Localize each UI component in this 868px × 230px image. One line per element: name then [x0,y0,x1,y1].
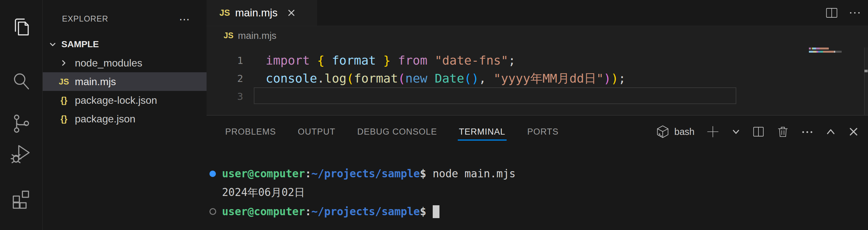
breadcrumb: JS main.mjs [207,26,868,45]
sidebar-more-actions-icon[interactable]: ⋯ [179,13,190,26]
tab-terminal[interactable]: TERMINAL [448,116,517,148]
new-terminal-icon[interactable] [706,124,720,139]
panel-more-actions-icon[interactable] [801,125,814,138]
shell-selector[interactable]: bash [656,125,694,139]
command-success-decoration[interactable] [209,171,216,177]
code-text: console.log(format(new Date(), "yyyy年MM月… [266,70,626,87]
extensions-icon[interactable] [7,184,36,212]
maximize-panel-chevron-icon[interactable] [825,126,837,137]
activity-bar [0,0,43,230]
split-editor-icon[interactable] [825,6,838,20]
json-file-icon: {} [58,95,70,105]
explorer-icon[interactable] [7,12,36,41]
terminal-line: user@computer:~/projects/sample$ [207,202,868,221]
tab-problems[interactable]: PROBLEMS [214,116,287,148]
explorer-sidebar: EXPLORER ⋯ SAMPLE node_modules JS main.m… [43,0,207,230]
sidebar-title: EXPLORER [43,14,108,24]
current-line-highlight [254,87,736,104]
tab-bar: JS main.mjs [207,0,868,26]
sidebar-item-main-mjs[interactable]: JS main.mjs [43,72,207,91]
terminal-text: user@computer:~/projects/sample$ [222,205,433,218]
breadcrumb-item[interactable]: main.mjs [238,30,277,41]
js-file-icon: JS [219,8,230,18]
scrollbar[interactable] [864,47,868,115]
js-file-icon: JS [58,77,70,87]
code-line: 1import { format } from "date-fns"; [207,52,868,69]
search-icon[interactable] [7,66,36,95]
tab-output[interactable]: OUTPUT [287,116,346,148]
editor-group: JS main.mjs JS main.mjs 1import { format… [207,0,868,230]
close-tab-icon[interactable] [286,8,296,18]
panel-header: PROBLEMS OUTPUT DEBUG CONSOLE TERMINAL P… [207,116,868,148]
tab-ports[interactable]: PORTS [516,116,569,148]
editor-actions [825,0,868,26]
sidebar-item-package-lock-json[interactable]: {} package-lock.json [43,91,207,109]
minimap-line [809,51,842,53]
bottom-panel: PROBLEMS OUTPUT DEBUG CONSOLE TERMINAL P… [207,115,868,230]
tab-label: main.mjs [235,7,278,19]
file-label: package.json [75,113,135,125]
run-debug-icon[interactable] [7,139,36,168]
tab-debug-console[interactable]: DEBUG CONSOLE [346,116,448,148]
sidebar-section-sample[interactable]: SAMPLE [43,35,207,54]
js-file-icon: JS [224,31,234,40]
panel-tabs: PROBLEMS OUTPUT DEBUG CONSOLE TERMINAL P… [214,116,569,148]
launch-profile-chevron-icon[interactable] [731,127,741,136]
terminal-area[interactable]: user@computer:~/projects/sample$ node ma… [207,148,868,230]
sidebar-header: EXPLORER ⋯ [43,8,207,29]
json-file-icon: {} [58,114,70,124]
bash-terminal-icon [656,125,670,139]
kill-terminal-trash-icon[interactable] [776,125,789,138]
chevron-down-icon [49,40,57,48]
terminal-cursor [433,205,439,218]
line-number: 3 [207,91,243,102]
code-editor[interactable]: 1import { format } from "date-fns";2cons… [207,45,868,115]
terminal-lines: user@computer:~/projects/sample$ node ma… [207,164,868,221]
terminal-text: 2024年06月02日 [222,185,305,200]
sidebar-item-node-modules[interactable]: node_modules [43,54,207,72]
source-control-icon[interactable] [7,109,36,138]
chevron-right-icon [58,59,70,67]
file-label: main.mjs [75,76,116,88]
sidebar-item-package-json[interactable]: {} package.json [43,109,207,128]
file-label: package-lock.json [75,94,157,106]
terminal-line: user@computer:~/projects/sample$ node ma… [207,164,868,183]
vscode-window: EXPLORER ⋯ SAMPLE node_modules JS main.m… [0,0,868,230]
file-label: node_modules [75,57,142,69]
minimap-line [809,47,829,50]
line-number: 2 [207,73,243,84]
files-icon [10,16,32,38]
section-label: SAMPLE [61,39,99,50]
close-panel-icon[interactable] [847,126,860,138]
terminal-text: user@computer:~/projects/sample$ node ma… [222,167,516,180]
shell-label: bash [674,127,694,137]
code-line: 2console.log(format(new Date(), "yyyy年MM… [207,69,868,87]
overview-ruler-cursor-mark [865,70,868,72]
line-number: 1 [207,55,243,66]
more-actions-icon[interactable] [848,6,862,20]
code-text: import { format } from "date-fns"; [266,53,516,67]
command-pending-decoration[interactable] [209,208,216,215]
tab-main-mjs[interactable]: JS main.mjs [207,0,317,26]
split-terminal-icon[interactable] [752,125,765,138]
minimap[interactable] [809,47,842,53]
terminal-controls: bash [656,124,868,139]
terminal-line: 2024年06月02日 [207,183,868,202]
